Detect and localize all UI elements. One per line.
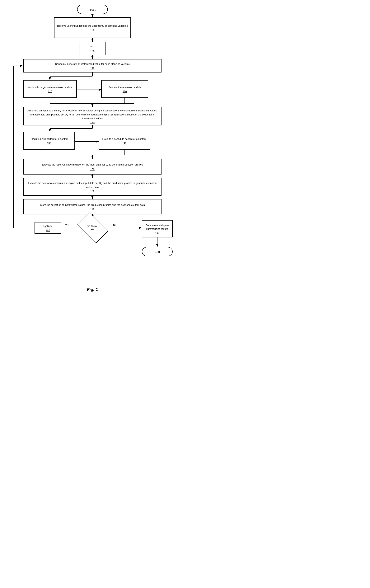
node-110-label: Randomly generate an instantiated value …	[53, 61, 132, 67]
node-108-label: NI=0	[88, 43, 97, 50]
node-185: NI=NI+1 185	[34, 222, 61, 234]
node-108: NI=0 108	[79, 42, 106, 55]
node-185-number: 185	[46, 229, 50, 233]
start-node: Start	[77, 5, 108, 14]
end-label: End	[155, 250, 160, 253]
node-115-number: 115	[48, 90, 52, 94]
figure-label: Fig. 1	[87, 287, 98, 292]
node-170-number: 170	[90, 208, 95, 212]
node-116-number: 116	[123, 90, 127, 94]
end-node: End	[142, 247, 173, 256]
node-185-label: NI=NI+1	[41, 223, 55, 229]
node-105: Receive user input defining the uncertai…	[54, 17, 131, 38]
node-110-number: 110	[90, 67, 95, 71]
node-120-number: 120	[90, 121, 95, 125]
node-116-label: Rescale the reservoir models	[106, 84, 143, 90]
node-140-label: Execute a schedule generator algorithm	[100, 136, 149, 142]
node-120-label: Assemble an input data set DF for a rese…	[24, 107, 161, 121]
node-105-number: 105	[90, 29, 95, 33]
node-190: Compute and display summarizing results …	[142, 220, 173, 237]
node-160-number: 160	[90, 190, 95, 194]
node-130-label: Execute a well perforator algorithm	[28, 136, 71, 142]
node-180-number: 180	[91, 227, 94, 231]
node-116: Rescale the reservoir models 116	[101, 80, 148, 98]
node-115-label: Assemble or generate reservoir models	[26, 84, 74, 90]
node-170: Store the collection of instantiated val…	[23, 199, 161, 214]
node-150-number: 150	[90, 168, 95, 172]
start-label: Start	[89, 8, 95, 11]
node-140: Execute a schedule generator algorithm 1…	[99, 132, 150, 150]
node-190-number: 190	[155, 231, 159, 235]
node-150-label: Execute the reservoir flow simulator on …	[40, 161, 145, 168]
node-130: Execute a well perforator algorithm 130	[23, 132, 75, 150]
node-115: Assemble or generate reservoir models 11…	[23, 80, 77, 98]
node-190-label: Compute and display summarizing results	[142, 222, 172, 231]
node-105-label: Receive user input defining the uncertai…	[55, 23, 130, 28]
node-180: NI < NMAX? 180	[77, 218, 108, 237]
node-170-label: Store the collection of instantiated val…	[38, 202, 147, 208]
node-150: Execute the reservoir flow simulator on …	[23, 159, 161, 175]
svg-text:Yes: Yes	[65, 224, 69, 227]
node-110: Randomly generate an instantiated value …	[23, 59, 161, 73]
node-160: Execute the economic computation engine …	[23, 178, 161, 196]
node-160-label: Execute the economic computation engine …	[24, 180, 161, 190]
node-130-number: 130	[47, 142, 51, 146]
node-140-number: 140	[122, 142, 127, 146]
svg-text:No: No	[113, 224, 116, 227]
node-108-number: 108	[90, 50, 95, 54]
node-180-label: NI < NMAX?	[86, 224, 98, 227]
node-120: Assemble an input data set DF for a rese…	[23, 107, 161, 126]
